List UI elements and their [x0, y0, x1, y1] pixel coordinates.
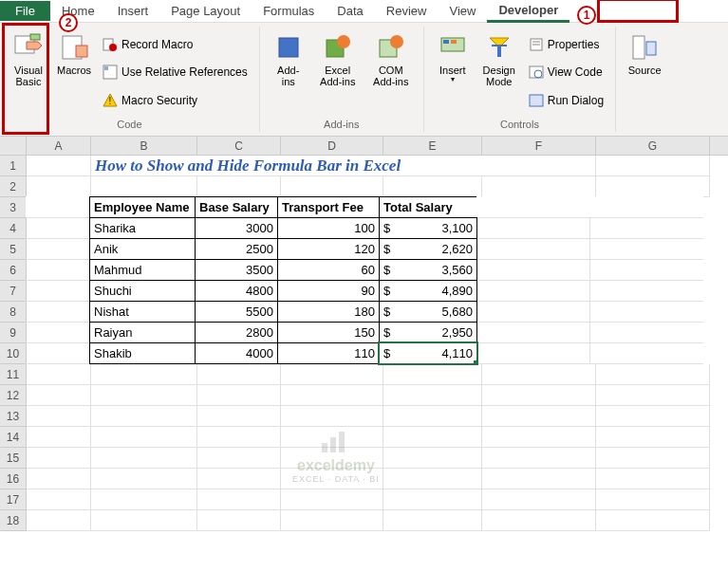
source-button[interactable]: Source — [622, 28, 667, 130]
tab-insert[interactable]: Insert — [106, 1, 160, 21]
table-row[interactable]: Raiyan — [89, 322, 196, 343]
table-row[interactable]: Sharika — [89, 217, 196, 239]
table-row[interactable]: 150 — [277, 322, 380, 343]
row-11[interactable]: 11 — [0, 364, 27, 385]
header-transport-fee[interactable]: Transport Fee — [277, 196, 380, 218]
row-1[interactable]: 1 — [0, 156, 27, 176]
row-10[interactable]: 10 — [0, 343, 27, 364]
macros-button[interactable]: Macros — [51, 28, 97, 117]
table-row[interactable]: 4000 — [195, 342, 278, 364]
tab-file[interactable]: File — [0, 1, 50, 21]
macro-security-button[interactable]: !Macro Security — [101, 92, 250, 109]
source-icon — [629, 32, 660, 63]
header-employee[interactable]: Employee Name — [89, 196, 196, 218]
row-5[interactable]: 5 — [0, 239, 27, 260]
addins-button[interactable]: Add- ins — [266, 28, 311, 117]
table-row[interactable]: 4800 — [195, 280, 278, 302]
row-4[interactable]: 4 — [0, 218, 27, 239]
run-dialog-button[interactable]: Run Dialog — [527, 92, 606, 109]
com-addins-button[interactable]: COM Add-ins — [364, 28, 418, 117]
row-12[interactable]: 12 — [0, 385, 27, 406]
table-row[interactable]: 3000 — [195, 217, 278, 239]
table-row[interactable]: Anik — [89, 238, 196, 260]
row-6[interactable]: 6 — [0, 260, 27, 281]
table-row[interactable]: Nishat — [89, 301, 196, 323]
visual-basic-button[interactable]: Visual Basic — [6, 28, 51, 117]
table-row[interactable]: 180 — [277, 301, 380, 323]
tab-data[interactable]: Data — [326, 1, 374, 21]
row-9[interactable]: 9 — [0, 323, 27, 343]
table-row[interactable]: 3500 — [195, 259, 278, 281]
cells-area[interactable]: How to Show and Hide Formula Bar in Exce… — [27, 156, 728, 531]
svg-rect-27 — [530, 95, 543, 106]
col-E[interactable]: E — [383, 137, 482, 155]
view-code-button[interactable]: View Code — [527, 64, 606, 81]
table-row[interactable]: $3,100 — [379, 217, 477, 239]
row-16[interactable]: 16 — [0, 469, 27, 489]
svg-rect-18 — [451, 40, 457, 44]
table-row[interactable]: 110 — [277, 342, 380, 364]
col-B[interactable]: B — [91, 137, 197, 155]
excel-addins-button[interactable]: Excel Add-ins — [311, 28, 364, 117]
table-row[interactable]: 2800 — [195, 322, 278, 343]
table-row[interactable]: 2500 — [195, 238, 278, 260]
cell-G1[interactable] — [596, 156, 710, 176]
ribbon-group-code: Visual Basic Macros Record Macro Use Rel… — [0, 27, 260, 132]
svg-rect-29 — [646, 42, 656, 55]
col-A[interactable]: A — [27, 137, 91, 155]
col-G[interactable]: G — [596, 137, 710, 155]
table-row[interactable]: $2,620 — [379, 238, 477, 260]
table-row[interactable]: $4,890 — [379, 280, 477, 302]
tab-view[interactable]: View — [438, 1, 487, 21]
table-row[interactable]: 90 — [277, 280, 380, 302]
warning-icon: ! — [103, 93, 118, 108]
row-13[interactable]: 13 — [0, 406, 27, 427]
table-row[interactable]: $3,560 — [379, 259, 477, 281]
svg-rect-11 — [279, 38, 298, 57]
col-F[interactable]: F — [482, 137, 596, 155]
col-C[interactable]: C — [197, 137, 281, 155]
tab-home[interactable]: Home — [50, 1, 106, 21]
insert-control-button[interactable]: Insert▾ — [430, 28, 476, 117]
header-total-salary[interactable]: Total Salary — [379, 196, 477, 218]
tab-formulas[interactable]: Formulas — [252, 1, 326, 21]
table-row[interactable]: 5500 — [195, 301, 278, 323]
design-mode-button[interactable]: Design Mode — [476, 28, 523, 117]
group-label-addins: Add-ins — [266, 117, 418, 130]
table-row[interactable]: $2,950 — [379, 322, 477, 343]
ribbon-group-addins: Add- ins Excel Add-ins COM Add-ins Add-i… — [260, 27, 424, 132]
tab-review[interactable]: Review — [375, 1, 439, 21]
cell-A1[interactable] — [27, 156, 91, 176]
relative-references-button[interactable]: Use Relative References — [101, 64, 250, 81]
run-dialog-icon — [529, 93, 544, 108]
title-cell[interactable]: How to Show and Hide Formula Bar in Exce… — [91, 156, 596, 176]
table-row[interactable]: $5,680 — [379, 301, 477, 323]
tab-developer[interactable]: Developer — [487, 0, 569, 23]
table-row[interactable]: 60 — [277, 259, 380, 281]
row-15[interactable]: 15 — [0, 448, 27, 469]
table-row[interactable]: Shakib — [89, 342, 196, 364]
row-3[interactable]: 3 — [0, 197, 27, 218]
row-7[interactable]: 7 — [0, 281, 27, 302]
tab-page-layout[interactable]: Page Layout — [159, 1, 252, 21]
row-14[interactable]: 14 — [0, 427, 27, 448]
table-row[interactable]: Shuchi — [89, 280, 196, 302]
select-all-corner[interactable] — [0, 137, 27, 155]
header-base-salary[interactable]: Base Salary — [195, 196, 278, 218]
svg-rect-4 — [76, 46, 87, 57]
ribbon-content: 2 Visual Basic Macros Record Macro Use R… — [0, 23, 728, 137]
svg-rect-32 — [339, 432, 345, 452]
watermark: exceldemy EXCEL · DATA · BI — [292, 426, 380, 484]
col-D[interactable]: D — [281, 137, 383, 155]
table-row[interactable]: $4,110 — [379, 342, 477, 364]
row-2[interactable]: 2 — [0, 176, 27, 197]
table-row[interactable]: 120 — [277, 238, 380, 260]
row-17[interactable]: 17 — [0, 489, 27, 510]
properties-button[interactable]: Properties — [527, 36, 606, 53]
excel-addins-icon — [323, 32, 353, 63]
table-row[interactable]: 100 — [277, 217, 380, 239]
row-18[interactable]: 18 — [0, 510, 27, 531]
row-8[interactable]: 8 — [0, 302, 27, 323]
record-macro-button[interactable]: Record Macro — [101, 36, 250, 53]
table-row[interactable]: Mahmud — [89, 259, 196, 281]
